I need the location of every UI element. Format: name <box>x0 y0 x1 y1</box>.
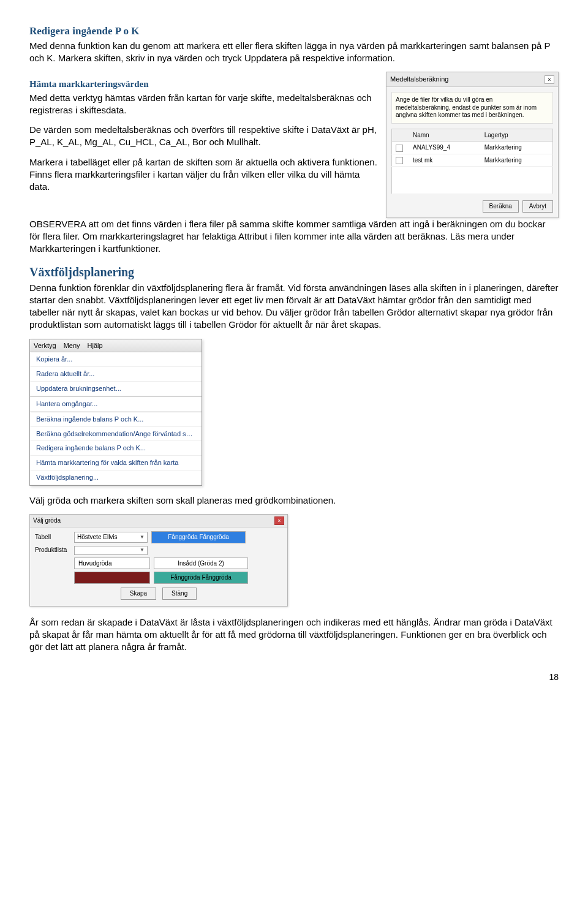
label-tabell: Tabell <box>35 533 70 542</box>
dropdown-produktlista[interactable]: ▼ <box>74 546 148 555</box>
dialog-title: Medeltalsberäkning <box>390 75 448 84</box>
menu-item[interactable]: Radera aktuellt år... <box>30 367 202 382</box>
checkbox-icon[interactable] <box>396 157 403 164</box>
menubar-item[interactable]: Hjälp <box>88 341 103 350</box>
row-type: Markkartering <box>481 142 553 154</box>
chevron-down-icon: ▼ <box>140 534 145 541</box>
calc-button[interactable]: Beräkna <box>483 200 519 213</box>
row-name: test mk <box>409 154 481 167</box>
para-vaxt-2: Välj gröda och markera skiften som skall… <box>29 494 559 507</box>
heading-redigera: Redigera ingående P o K <box>29 25 559 39</box>
para-redigera-1: Med denna funktion kan du genom att mark… <box>29 40 559 65</box>
menu-item[interactable]: Uppdatera brukningsenhet... <box>30 382 202 396</box>
row-type: Markkartering <box>481 154 553 167</box>
menubar-item[interactable]: Verktyg <box>34 341 56 350</box>
col-type: Lagertyp <box>481 129 553 142</box>
cell-huvudgroda-color[interactable] <box>74 572 150 584</box>
dialog-file-table: Namn Lagertyp ANALYS99_4 Markkartering t… <box>391 129 553 195</box>
heading-vaxtfoljd: Växtföljdsplanering <box>29 264 559 281</box>
page-number: 18 <box>29 671 559 683</box>
dialog-medeltals: Medeltalsberäkning × Ange de filer för v… <box>386 72 559 217</box>
para-hamta-3: Markera i tabelläget eller på kartan de … <box>29 156 379 194</box>
row-name: ANALYS99_4 <box>409 142 481 154</box>
checkbox-icon[interactable] <box>396 145 403 152</box>
dropdown-tabell[interactable]: Höstvete Ellvis ▼ <box>74 532 148 543</box>
para-hamta-2: De värden som medeltalsberäknas och över… <box>29 124 379 149</box>
menu-item[interactable]: Beräkna ingående balans P och K... <box>30 412 202 427</box>
dialog-info-text: Ange de filer för vilka du vill göra en … <box>391 92 553 124</box>
cell-fanggroda[interactable]: Fånggröda Fånggröda <box>154 572 248 584</box>
menu-item[interactable]: Växtföljdsplanering... <box>30 471 202 485</box>
para-hamta-1: Med detta verktyg hämtas värden från kar… <box>29 92 379 117</box>
para-vaxt-3: År som redan är skapade i DataVäxt är lå… <box>29 616 559 654</box>
verktyg-menu: Verktyg Meny Hjälp Kopiera år...Radera a… <box>29 339 202 486</box>
table-row[interactable]: test mk Markkartering <box>392 154 553 167</box>
col-name: Namn <box>409 129 481 142</box>
close-button[interactable]: Stäng <box>162 588 197 600</box>
table-row[interactable]: ANALYS99_4 Markkartering <box>392 142 553 154</box>
menu-item[interactable]: Hämta markkartering för valda skiften fr… <box>30 456 202 471</box>
close-icon[interactable]: × <box>274 516 284 525</box>
menu-item[interactable]: Redigera ingående balans P och K... <box>30 441 202 456</box>
label-insadd: Insådd (Gröda 2) <box>154 558 248 570</box>
label-huvudgroda: Huvudgröda <box>74 558 150 570</box>
heading-hamta: Hämta markkarteringsvärden <box>29 78 379 90</box>
menubar-item[interactable]: Meny <box>64 341 80 350</box>
chevron-down-icon: ▼ <box>140 547 145 554</box>
close-icon[interactable]: × <box>545 75 554 84</box>
dialog-valj-groda: Välj gröda × Tabell Höstvete Ellvis ▼ Få… <box>29 514 288 606</box>
label-produktlista: Produktlista <box>35 546 70 554</box>
create-button[interactable]: Skapa <box>121 588 156 600</box>
menu-item[interactable]: Kopiera år... <box>30 352 202 367</box>
menu-item[interactable]: Beräkna gödselrekommendation/Ange förvän… <box>30 427 202 442</box>
menu-item[interactable]: Hantera omgångar... <box>30 397 202 412</box>
dropdown-value: Höstvete Ellvis <box>77 533 118 542</box>
cell-highlight[interactable]: Fånggröda Fånggröda <box>151 531 246 543</box>
para-vaxt-1: Denna funktion förenklar din växtföljdsp… <box>29 282 559 331</box>
cancel-button[interactable]: Avbryt <box>522 200 553 213</box>
groda-title: Välj gröda <box>33 516 61 525</box>
para-hamta-4: OBSERVERA att om det finns värden i fler… <box>29 218 559 255</box>
